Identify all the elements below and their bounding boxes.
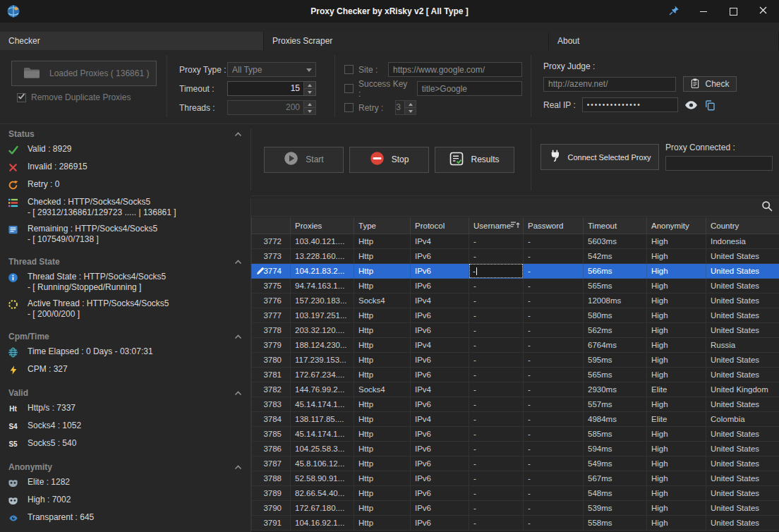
row-number-cell[interactable]: 3784 (252, 412, 291, 427)
cell-protocol[interactable]: IPv6 (411, 353, 469, 368)
row-number-cell[interactable]: 3773 (252, 249, 291, 264)
cell-proxy[interactable]: 138.117.85.... (291, 412, 354, 427)
cell-password[interactable]: - (524, 382, 584, 397)
table-row[interactable]: 3772103.40.121....HttpIPv4--5603msHighIn… (252, 234, 779, 249)
cell-username[interactable]: - (469, 323, 524, 338)
row-number-cell[interactable]: 3778 (252, 323, 291, 338)
column-header-password[interactable]: Password (524, 217, 584, 234)
username-edit-box[interactable]: - (469, 264, 523, 278)
cell-protocol[interactable]: IPv6 (411, 249, 469, 264)
cell-country[interactable]: United States (706, 427, 779, 442)
column-header-country[interactable]: Country (706, 217, 779, 234)
cell-type[interactable]: Http (354, 264, 411, 279)
cell-timeout[interactable]: 542ms (584, 249, 647, 264)
maximize-button[interactable] (718, 0, 748, 23)
cell-username[interactable]: - (469, 471, 524, 486)
proxy-type-select[interactable]: All Type (227, 62, 316, 77)
check-button[interactable]: Check (683, 76, 737, 92)
row-number-cell[interactable]: 3780 (252, 353, 291, 368)
cell-proxy[interactable]: 104.25.58.3... (291, 442, 354, 457)
cell-username[interactable]: - (469, 294, 524, 308)
cell-type[interactable]: Http (354, 442, 411, 457)
table-row[interactable]: 3784138.117.85....HttpIPv4--4984msEliteC… (252, 412, 779, 427)
cell-proxy[interactable]: 188.124.230... (291, 338, 354, 353)
retry-spinner[interactable] (404, 101, 416, 114)
cell-anonymity[interactable]: High (647, 516, 706, 531)
column-header-rownum[interactable] (252, 217, 291, 234)
cell-type[interactable]: Http (354, 486, 411, 501)
start-button[interactable]: Start (264, 147, 344, 173)
cell-proxy[interactable]: 13.228.160.... (291, 249, 354, 264)
cell-proxy[interactable]: 45.14.174.1... (291, 427, 354, 442)
cell-protocol[interactable]: IPv4 (411, 412, 469, 427)
cell-username[interactable]: - (469, 353, 524, 368)
cell-password[interactable]: - (524, 368, 584, 382)
proxy-judge-input[interactable]: http://azenv.net/ (543, 77, 676, 92)
cell-timeout[interactable]: 567ms (584, 471, 647, 486)
cell-password[interactable]: - (524, 338, 584, 353)
cell-country[interactable]: United States (706, 279, 779, 294)
cell-country[interactable]: United States (706, 442, 779, 457)
cell-password[interactable]: - (524, 397, 584, 412)
close-button[interactable] (748, 0, 778, 23)
results-button[interactable]: Results (435, 147, 514, 173)
cell-password[interactable]: - (524, 323, 584, 338)
cell-type[interactable]: Http (354, 397, 411, 412)
cell-protocol[interactable]: IPv6 (411, 308, 469, 323)
cell-protocol[interactable]: IPv4 (411, 382, 469, 397)
cell-country[interactable]: United States (706, 486, 779, 501)
cell-timeout[interactable]: 12008ms (584, 294, 647, 308)
table-row[interactable]: 3790172.67.180....HttpIPv6--539msHighUni… (252, 501, 779, 516)
cell-timeout[interactable]: 565ms (584, 279, 647, 294)
connect-selected-proxy-button[interactable]: Connect Selected Proxy (541, 144, 659, 170)
row-number-cell[interactable]: 3772 (252, 234, 291, 249)
tab-checker[interactable]: Checker (0, 32, 264, 50)
cell-username[interactable]: - (469, 249, 524, 264)
cell-type[interactable]: Http (354, 308, 411, 323)
cell-username[interactable]: - (469, 382, 524, 397)
table-row[interactable]: 3774104.21.83.2...HttpIPv6--566msHighUni… (252, 264, 779, 279)
cell-type[interactable]: Http (354, 249, 411, 264)
cell-anonymity[interactable]: High (647, 368, 706, 382)
cell-country[interactable]: United States (706, 353, 779, 368)
cell-timeout[interactable]: 580ms (584, 308, 647, 323)
column-header-proxy[interactable]: Proxies (291, 217, 354, 234)
row-number-cell[interactable]: 3783 (252, 397, 291, 412)
cell-anonymity[interactable]: High (647, 323, 706, 338)
row-number-cell[interactable]: 3774 (252, 264, 291, 279)
real-ip-input[interactable]: •••••••••••••• (582, 97, 678, 112)
cell-anonymity[interactable]: High (647, 294, 706, 308)
table-row[interactable]: 3782144.76.99.2...Socks4IPv4--2930msElit… (252, 382, 779, 397)
cell-timeout[interactable]: 6764ms (584, 338, 647, 353)
cell-country[interactable]: Russia (706, 338, 779, 353)
eye-icon[interactable] (684, 100, 698, 110)
pin-button[interactable] (659, 0, 689, 23)
cell-protocol[interactable]: IPv6 (411, 486, 469, 501)
cell-anonymity[interactable]: High (647, 427, 706, 442)
cell-anonymity[interactable]: High (647, 264, 706, 279)
cell-type[interactable]: Http (354, 457, 411, 471)
cell-timeout[interactable]: 558ms (584, 516, 647, 531)
cell-type[interactable]: Http (354, 234, 411, 249)
cell-type[interactable]: Http (354, 353, 411, 368)
cell-username[interactable]: - (469, 397, 524, 412)
cell-country[interactable]: Colombia (706, 412, 779, 427)
cell-proxy[interactable]: 52.58.90.91... (291, 471, 354, 486)
table-row[interactable]: 377313.228.160....HttpIPv6--542msHighUni… (252, 249, 779, 264)
row-number-cell[interactable]: 3785 (252, 427, 291, 442)
cell-username[interactable]: - (469, 427, 524, 442)
timeout-input[interactable]: 15 (227, 81, 316, 96)
cell-username[interactable]: - (469, 368, 524, 382)
cell-password[interactable]: - (524, 457, 584, 471)
cell-protocol[interactable]: IPv6 (411, 427, 469, 442)
cell-proxy[interactable]: 117.239.153... (291, 353, 354, 368)
cell-type[interactable]: Http (354, 412, 411, 427)
cell-type[interactable]: Http (354, 279, 411, 294)
cell-timeout[interactable]: 4984ms (584, 412, 647, 427)
cell-timeout[interactable]: 2930ms (584, 382, 647, 397)
table-row[interactable]: 378345.14.174.1...HttpIPv6--557msHighUni… (252, 397, 779, 412)
table-row[interactable]: 3778203.32.120....HttpIPv6--562msHighUni… (252, 323, 779, 338)
cell-type[interactable]: Http (354, 516, 411, 531)
cell-username[interactable]: - (469, 234, 524, 249)
table-row[interactable]: 378852.58.90.91...HttpIPv6--567msHighUni… (252, 471, 779, 486)
